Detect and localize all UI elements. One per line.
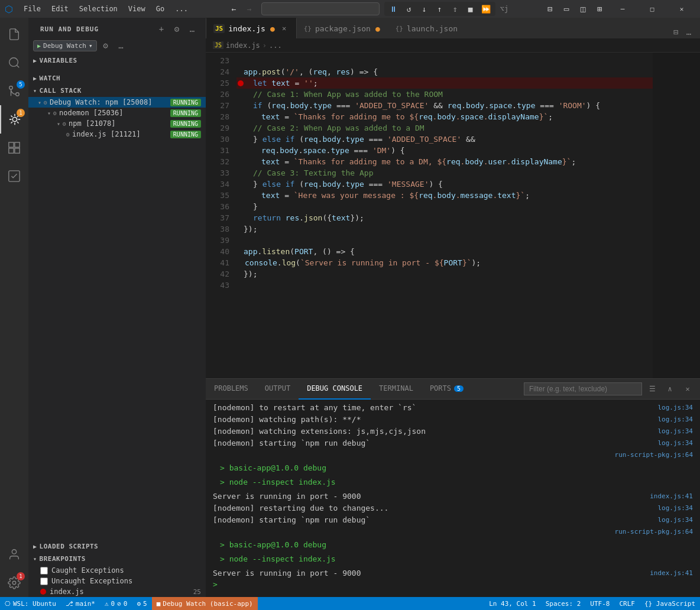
- uncaught-exceptions-checkbox[interactable]: [40, 577, 48, 585]
- debug-continue[interactable]: ⏩: [479, 3, 493, 15]
- console-link[interactable]: log.js:34: [657, 438, 693, 449]
- activity-accounts[interactable]: [0, 540, 28, 569]
- console-filter-input[interactable]: [524, 382, 642, 395]
- debug-more-options[interactable]: …: [115, 39, 128, 52]
- status-eol[interactable]: CRLF: [614, 597, 640, 610]
- console-link[interactable]: index.js:41: [650, 491, 693, 502]
- console-link[interactable]: run-script-pkg.js:64: [615, 450, 693, 460]
- console-link[interactable]: log.js:34: [657, 515, 693, 525]
- panel-close-btn[interactable]: ✕: [680, 381, 695, 397]
- menu-more[interactable]: ...: [170, 4, 193, 14]
- call-stack-item[interactable]: ▾ ⚙ nodemon [25036] RUNNING: [28, 108, 206, 118]
- toggle-panel[interactable]: ▭: [559, 3, 573, 15]
- breadcrumb-path[interactable]: ...: [269, 41, 282, 50]
- activity-extensions[interactable]: [0, 134, 28, 162]
- status-errors[interactable]: ⚠ 0 ⊘ 0: [100, 597, 132, 610]
- more-tabs-btn[interactable]: …: [682, 25, 695, 38]
- split-editor-btn[interactable]: ⊟: [669, 25, 682, 38]
- activity-debug[interactable]: 1: [0, 105, 28, 134]
- call-stack-item[interactable]: ▾ ⚙ npm [21078] RUNNING: [28, 118, 206, 129]
- panel-tab-problems[interactable]: PROBLEMS: [206, 379, 257, 400]
- debug-config-settings[interactable]: ⚙: [99, 39, 112, 52]
- call-stack-item[interactable]: ▾ ⚙ Debug Watch: npm [25008] RUNNING: [28, 97, 206, 108]
- debug-config-selector[interactable]: ▶ Debug Watch ▾: [33, 40, 97, 51]
- status-git[interactable]: ⎇ main*: [61, 597, 100, 610]
- status-wsl[interactable]: ⎔ WSL: Ubuntu: [0, 597, 61, 610]
- nav-forward[interactable]: →: [242, 3, 257, 15]
- status-position[interactable]: Ln 43, Col 1: [484, 597, 540, 610]
- minimize-button[interactable]: ─: [609, 0, 636, 18]
- debug-step-over[interactable]: ↓: [417, 3, 432, 15]
- error-count: 0: [111, 600, 115, 608]
- toggle-sidebar[interactable]: ◫: [576, 3, 590, 15]
- tab-launchjson[interactable]: {} launch.json: [388, 18, 465, 38]
- debug-pause[interactable]: ⏸: [387, 3, 401, 15]
- more-actions-btn[interactable]: …: [186, 22, 199, 35]
- panel-collapse-btn[interactable]: ∧: [662, 381, 678, 397]
- nav-back[interactable]: ←: [227, 3, 241, 15]
- settings-btn[interactable]: ⚙: [170, 22, 183, 35]
- activity-search[interactable]: [0, 48, 28, 77]
- watch-section-header[interactable]: ▶ WATCH: [28, 72, 206, 85]
- tab-indexjs[interactable]: JS index.js ● ✕: [206, 18, 297, 38]
- activity-source-control[interactable]: 5: [0, 77, 28, 105]
- console-input[interactable]: [220, 580, 693, 589]
- panel-tab-ports[interactable]: PORTS 5: [422, 379, 472, 400]
- code-line: app.listen(PORT, () => {: [236, 246, 653, 257]
- code-line-breakpoint: let text = '';: [236, 77, 653, 89]
- status-language[interactable]: {} JavaScript: [640, 597, 700, 610]
- panel-tab-terminal[interactable]: TERMINAL: [371, 379, 422, 400]
- loaded-scripts-header[interactable]: ▶ LOADED SCRIPTS: [28, 540, 206, 553]
- activity-explorer[interactable]: [0, 20, 28, 48]
- caught-exceptions-item[interactable]: Caught Exceptions: [28, 565, 206, 576]
- status-debug-session[interactable]: ■ Debug Watch (basic-app): [152, 597, 258, 610]
- console-link[interactable]: log.js:34: [657, 503, 693, 514]
- debug-stop[interactable]: ■: [464, 3, 478, 15]
- panel-content[interactable]: [nodemon] to restart at any time, enter …: [206, 400, 700, 597]
- status-encoding[interactable]: UTF-8: [585, 597, 614, 610]
- call-stack-header[interactable]: ▾ CALL STACK: [28, 85, 206, 97]
- debug-restart[interactable]: ↺: [402, 3, 416, 15]
- console-link[interactable]: index.js:41: [650, 568, 693, 579]
- sidebar-header: RUN AND DEBUG + ⚙ …: [28, 18, 206, 38]
- breadcrumb-filename[interactable]: index.js: [226, 41, 260, 50]
- debug-step-into[interactable]: ↑: [433, 3, 447, 15]
- panel-tab-output[interactable]: OUTPUT: [257, 379, 299, 400]
- console-link[interactable]: log.js:34: [657, 426, 693, 437]
- code-content[interactable]: app.post('/', (req, res) => { let text =…: [236, 53, 653, 378]
- console-link[interactable]: log.js:34: [657, 403, 693, 413]
- menu-edit[interactable]: Edit: [47, 4, 73, 14]
- caught-exceptions-checkbox[interactable]: [40, 567, 48, 575]
- code-editor[interactable]: 23 24 25 26 27 28 29 30 31 32 33 34 35 3…: [206, 53, 700, 378]
- uncaught-exceptions-item[interactable]: Uncaught Exceptions: [28, 576, 206, 586]
- menu-file[interactable]: File: [19, 4, 46, 14]
- status-spaces[interactable]: Spaces: 2: [541, 597, 586, 610]
- breakpoint-line: 25: [193, 588, 201, 596]
- close-button[interactable]: ✕: [668, 0, 695, 18]
- console-link[interactable]: log.js:34: [657, 414, 693, 425]
- breakpoints-label: BREAKPOINTS: [40, 555, 86, 563]
- code-line: });: [236, 223, 653, 235]
- breakpoints-header[interactable]: ▾ BREAKPOINTS: [28, 553, 206, 565]
- menu-view[interactable]: View: [124, 4, 150, 14]
- new-watch-btn[interactable]: +: [155, 22, 168, 35]
- variables-section-header[interactable]: ▶ VARIABLES: [28, 54, 206, 67]
- indexjs-breakpoint-item[interactable]: index.js 25: [28, 586, 206, 597]
- debug-step-out[interactable]: ⇧: [448, 3, 462, 15]
- position-label: Ln 43, Col 1: [489, 600, 536, 608]
- menu-selection[interactable]: Selection: [74, 4, 122, 14]
- tab-packagejson[interactable]: {} package.json ●: [297, 18, 388, 38]
- menu-go[interactable]: Go: [151, 4, 169, 14]
- toggle-layout[interactable]: ⊞: [592, 3, 607, 15]
- split-editor[interactable]: ⊟: [543, 3, 557, 15]
- tab-close-icon[interactable]: ✕: [280, 24, 289, 33]
- maximize-button[interactable]: □: [639, 0, 666, 18]
- panel-tab-debug-console[interactable]: DEBUG CONSOLE: [299, 379, 371, 400]
- activity-remote[interactable]: [0, 162, 28, 190]
- global-search[interactable]: [261, 2, 380, 15]
- panel-list-view-btn[interactable]: ☰: [644, 381, 660, 397]
- console-link[interactable]: run-script-pkg.js:64: [615, 527, 693, 537]
- status-debug-tasks[interactable]: ⚙ 5: [132, 597, 151, 610]
- call-stack-item[interactable]: ⚙ index.js [21121] RUNNING: [28, 129, 206, 139]
- activity-settings[interactable]: 1: [0, 569, 28, 597]
